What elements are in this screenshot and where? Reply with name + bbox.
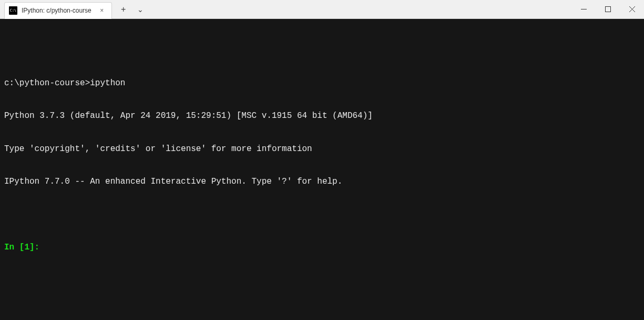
shell-command-line: c:\python-course>ipython: [4, 78, 640, 89]
tab-active[interactable]: C:\ IPython: c/python-course ×: [4, 2, 112, 19]
svg-rect-1: [605, 7, 610, 12]
ipython-prompt: In [1]:: [4, 243, 45, 252]
tab-close-button[interactable]: ×: [98, 6, 106, 15]
minimize-button[interactable]: [571, 0, 596, 18]
blank-line: [4, 209, 640, 221]
python-info-line: Type 'copyright', 'credits' or 'license'…: [4, 144, 640, 155]
tab-dropdown-button[interactable]: ⌄: [132, 1, 149, 18]
tab-title: IPython: c/python-course: [22, 7, 91, 14]
ipython-prompt-line: In [1]:: [4, 242, 640, 253]
new-tab-button[interactable]: +: [115, 1, 132, 18]
maximize-icon: [605, 6, 611, 12]
ipython-line: IPython 7.7.0 -- An enhanced Interactive…: [4, 176, 640, 187]
titlebar-left: C:\ IPython: c/python-course × + ⌄: [0, 0, 149, 18]
python-version-line: Python 3.7.3 (default, Apr 24 2019, 15:2…: [4, 111, 640, 122]
close-icon: [629, 6, 635, 12]
minimize-icon: [581, 6, 587, 12]
terminal-body[interactable]: c:\python-course>ipython Python 3.7.3 (d…: [0, 19, 644, 320]
maximize-button[interactable]: [596, 0, 620, 18]
window-controls: [571, 0, 644, 18]
titlebar: C:\ IPython: c/python-course × + ⌄: [0, 0, 644, 19]
cmd-icon: C:\: [9, 6, 17, 15]
close-button[interactable]: [620, 0, 644, 18]
terminal-window: C:\ IPython: c/python-course × + ⌄ c:\py…: [0, 0, 644, 320]
blank-line: [4, 45, 640, 56]
